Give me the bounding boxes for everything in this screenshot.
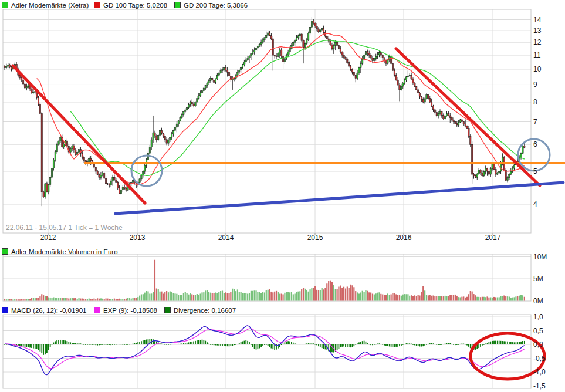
gd200-label: GD 200 Tage: 5,3866 [184, 2, 248, 9]
volume-swatch [2, 248, 8, 255]
svg-text:12: 12 [533, 38, 542, 46]
price-panel [3, 9, 531, 235]
svg-text:5M: 5M [533, 275, 543, 283]
svg-text:5: 5 [533, 167, 537, 175]
chart-application: 1413121110987654201220132014201520162017… [0, 0, 565, 392]
exp-label: EXP (9): -0,18508 [103, 307, 157, 314]
red-downtrend-2011-2012 [13, 66, 145, 203]
volume-legend-row: Adler Modemärkte Volumen in Euro [0, 247, 565, 256]
svg-text:2015: 2015 [307, 234, 323, 242]
macd-lines [5, 326, 525, 375]
svg-text:10: 10 [533, 65, 542, 73]
legend-macd: MACD (26, 12): -0,01901 [2, 306, 86, 315]
macd-swatch [2, 307, 8, 313]
volume-bars [4, 260, 525, 301]
volume-panel [3, 254, 531, 301]
divergence-swatch [164, 307, 171, 313]
price-series-swatch [2, 2, 8, 8]
gd100-label: GD 100 Tage: 5,0208 [103, 2, 167, 9]
svg-text:2014: 2014 [218, 234, 234, 242]
chart-canvas[interactable]: 1413121110987654201220132014201520162017… [0, 0, 565, 392]
svg-text:2016: 2016 [396, 234, 412, 242]
price-annotations [13, 49, 565, 214]
volume-label: Adler Modemärkte Volumen in Euro [11, 248, 118, 255]
legend-gd100: GD 100 Tage: 5,0208 [94, 1, 167, 9]
divergence-label: Divergence: 0,16607 [174, 307, 236, 314]
volume-axis-labels: 10M5M0M [533, 253, 547, 305]
blue-support-trendline [116, 183, 563, 214]
svg-text:0,5: 0,5 [533, 327, 543, 335]
svg-text:-1,5: -1,5 [533, 382, 546, 390]
macd-panel [3, 315, 531, 388]
price-axis-labels: 1413121110987654201220132014201520162017 [40, 16, 542, 242]
svg-text:2012: 2012 [40, 234, 56, 242]
legend-price-series: Adler Modemärkte (Xetra) [2, 1, 89, 9]
svg-text:0,0: 0,0 [533, 340, 543, 349]
svg-text:2013: 2013 [130, 234, 146, 242]
price-legend-row: Adler Modemärkte (Xetra) GD 100 Tage: 5,… [0, 1, 565, 9]
gd200-swatch [174, 2, 181, 8]
svg-text:-1,0: -1,0 [533, 368, 546, 376]
svg-text:13: 13 [533, 26, 542, 35]
legend-divergence: Divergence: 0,16607 [164, 306, 236, 315]
gd100-swatch [94, 2, 100, 8]
price-series-label: Adler Modemärkte (Xetra) [11, 2, 89, 9]
divergence-histogram [4, 339, 525, 355]
svg-text:9: 9 [533, 80, 537, 89]
svg-text:0M: 0M [533, 297, 543, 305]
svg-text:7: 7 [533, 118, 537, 126]
svg-text:11: 11 [533, 51, 541, 59]
exp-swatch [94, 307, 100, 313]
date-range-label: 22.06.11 - 15.05.17 1 Tick = 1 Woche [6, 224, 123, 232]
legend-exp: EXP (9): -0,18508 [94, 306, 157, 315]
macd-legend-row: MACD (26, 12): -0,01901 EXP (9): -0,1850… [0, 306, 565, 315]
svg-text:8: 8 [533, 98, 537, 106]
svg-text:4: 4 [533, 200, 537, 208]
svg-text:14: 14 [533, 16, 542, 24]
candlesticks [4, 17, 525, 206]
legend-volume: Adler Modemärkte Volumen in Euro [2, 247, 118, 256]
legend-gd200: GD 200 Tage: 5,3866 [174, 1, 248, 9]
svg-text:2017: 2017 [485, 234, 501, 242]
macd-label: MACD (26, 12): -0,01901 [11, 307, 86, 314]
svg-text:6: 6 [533, 140, 537, 148]
svg-text:-0,5: -0,5 [533, 354, 546, 363]
